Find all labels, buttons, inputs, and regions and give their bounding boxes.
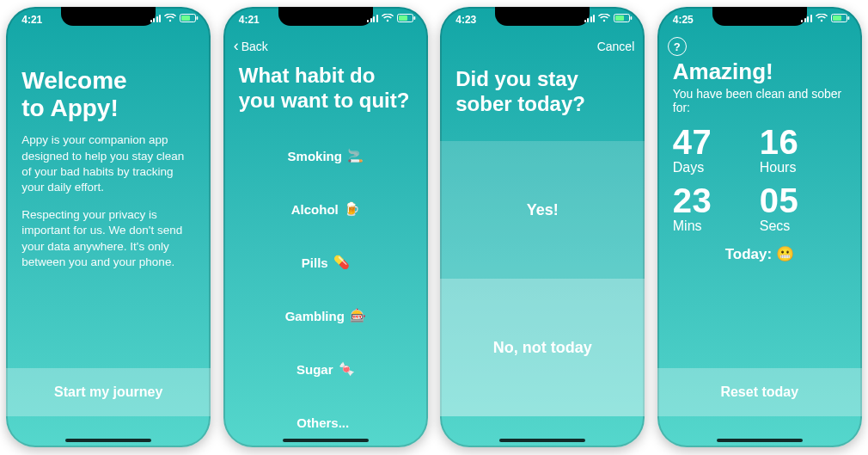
- battery-icon: [831, 14, 850, 22]
- progress-heading: Amazing!: [657, 55, 862, 87]
- welcome-paragraph-1: Appy is your companion app designed to h…: [6, 129, 211, 204]
- status-bar: 4:23: [440, 7, 645, 33]
- screen-progress: 4:25 ? Amazing! You have been clean and …: [657, 7, 862, 447]
- alcohol-emoji: 🍺: [344, 201, 360, 217]
- progress-subtitle: You have been clean and sober for:: [657, 87, 862, 125]
- counter-secs-value: 05: [760, 183, 799, 218]
- nav-back-button[interactable]: ‹ Back: [234, 40, 268, 53]
- wifi-icon: [816, 14, 828, 22]
- counter-days-value: 47: [673, 125, 712, 159]
- cellular-icon: [150, 14, 162, 22]
- counter-hours-value: 16: [760, 125, 799, 159]
- habits-title: What habit do you want to quit?: [223, 55, 428, 120]
- reset-today-button[interactable]: Reset today: [657, 368, 862, 416]
- smoking-emoji: 🚬: [347, 148, 364, 163]
- habit-item-smoking[interactable]: Smoking🚬: [223, 129, 428, 182]
- status-time: 4:23: [455, 14, 476, 26]
- status-bar: 4:21: [6, 7, 211, 33]
- counter-hours: 16 Hours: [760, 125, 847, 175]
- svg-rect-4: [399, 15, 407, 21]
- battery-icon: [397, 14, 416, 22]
- wifi-icon: [382, 14, 394, 22]
- counter-secs: 05 Secs: [760, 183, 847, 233]
- home-indicator: [65, 439, 151, 442]
- svg-rect-10: [833, 15, 841, 21]
- counter-mins-unit: Mins: [673, 219, 702, 233]
- nav-cancel-button[interactable]: Cancel: [597, 40, 635, 53]
- svg-rect-8: [631, 16, 633, 20]
- cellular-icon: [801, 14, 812, 22]
- today-status: Today: 😬: [657, 245, 862, 263]
- counter-days-unit: Days: [673, 161, 704, 175]
- welcome-paragraph-2: Respecting your privacy is important for…: [6, 204, 211, 279]
- svg-rect-11: [847, 16, 849, 20]
- home-indicator: [499, 439, 585, 442]
- screen-habit-select: 4:21 ‹ Back What habit do you want to qu…: [223, 7, 428, 447]
- counter-mins-value: 23: [673, 183, 712, 218]
- nav-back-label: Back: [241, 40, 268, 53]
- habits-list: Smoking🚬 Alcohol🍺 Pills💊 Gambling🎰 Sugar…: [223, 129, 428, 447]
- help-icon: ?: [668, 37, 687, 56]
- svg-rect-2: [197, 16, 199, 20]
- status-bar: 4:25: [657, 7, 862, 33]
- habit-item-sugar[interactable]: Sugar🍬: [223, 342, 428, 396]
- counter-days: 47 Days: [673, 125, 760, 175]
- counter-mins: 23 Mins: [673, 183, 760, 233]
- habit-item-alcohol[interactable]: Alcohol🍺: [223, 182, 428, 236]
- nav-cancel-label: Cancel: [597, 40, 635, 53]
- cellular-icon: [367, 14, 378, 22]
- cellular-icon: [584, 14, 596, 22]
- checkin-yes-button[interactable]: Yes!: [440, 141, 645, 279]
- home-indicator: [717, 439, 803, 442]
- battery-icon: [180, 14, 199, 22]
- today-label: Today:: [725, 246, 772, 262]
- counter-hours-unit: Hours: [760, 161, 797, 175]
- welcome-title: Welcome to Appy!: [6, 55, 211, 129]
- home-indicator: [283, 439, 369, 442]
- svg-rect-7: [615, 15, 624, 21]
- wifi-icon: [598, 14, 610, 22]
- chevron-left-icon: ‹: [234, 38, 239, 53]
- habit-item-pills[interactable]: Pills💊: [223, 236, 428, 289]
- gambling-emoji: 🎰: [350, 308, 366, 323]
- status-time: 4:21: [21, 14, 42, 26]
- pills-emoji: 💊: [333, 255, 350, 270]
- counter-secs-unit: Secs: [760, 219, 791, 233]
- status-bar: 4:21: [223, 7, 428, 33]
- today-emoji: 😬: [776, 246, 794, 262]
- progress-counters: 47 Days 16 Hours 23 Mins 05 Secs: [657, 125, 862, 233]
- battery-icon: [614, 14, 633, 22]
- svg-rect-1: [181, 15, 190, 21]
- wifi-icon: [164, 14, 176, 22]
- start-journey-button[interactable]: Start my journey: [6, 368, 211, 416]
- screen-welcome: 4:21 Welcome to Appy! Appy is your compa…: [6, 7, 211, 447]
- checkin-no-button[interactable]: No, not today: [440, 279, 645, 416]
- status-time: 4:25: [673, 14, 694, 26]
- screen-checkin: 4:23 Cancel Did you stay sober today? Ye…: [440, 7, 645, 447]
- svg-rect-5: [413, 16, 415, 20]
- status-time: 4:21: [239, 14, 260, 26]
- nav-help-button[interactable]: ?: [668, 37, 687, 56]
- habit-item-gambling[interactable]: Gambling🎰: [223, 289, 428, 342]
- checkin-title: Did you stay sober today?: [440, 55, 645, 127]
- sugar-emoji: 🍬: [339, 361, 355, 377]
